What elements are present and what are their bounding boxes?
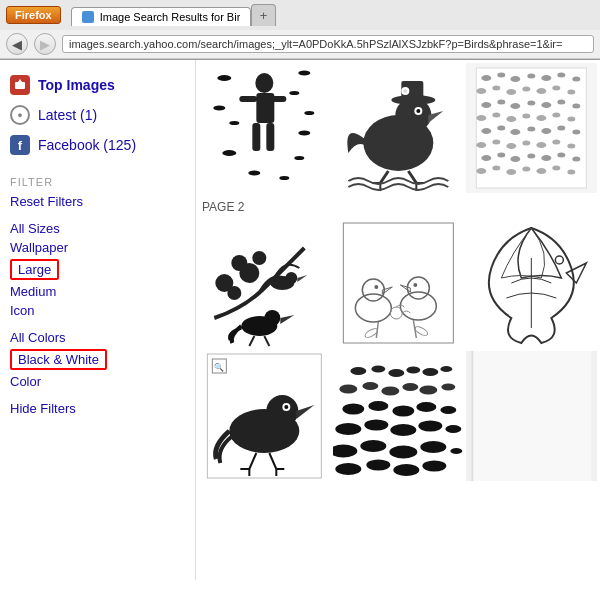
svg-point-68 xyxy=(542,128,552,134)
svg-rect-6 xyxy=(252,123,260,151)
svg-point-13 xyxy=(229,121,239,125)
svg-rect-0 xyxy=(15,82,25,89)
svg-point-10 xyxy=(289,91,299,95)
svg-point-46 xyxy=(523,87,531,92)
image-cell-1-2[interactable] xyxy=(333,63,464,193)
svg-rect-5 xyxy=(270,96,286,102)
svg-point-42 xyxy=(573,77,581,82)
forward-button[interactable]: ▶ xyxy=(34,33,56,55)
svg-rect-167 xyxy=(472,351,474,481)
svg-point-50 xyxy=(482,102,492,108)
svg-point-8 xyxy=(217,75,231,81)
nav-bar: ◀ ▶ images.search.yahoo.com/search/image… xyxy=(0,30,600,59)
svg-point-74 xyxy=(523,141,531,146)
filter-heading: FILTER xyxy=(0,166,195,192)
svg-point-56 xyxy=(573,104,581,109)
reset-filters-link[interactable]: Reset Filters xyxy=(0,192,195,211)
svg-point-27 xyxy=(416,109,420,113)
svg-point-37 xyxy=(498,73,506,78)
image-cell-3-2[interactable] xyxy=(333,351,464,481)
svg-marker-119 xyxy=(567,263,587,283)
svg-point-94 xyxy=(252,251,266,265)
svg-point-69 xyxy=(558,126,566,131)
svg-line-104 xyxy=(264,336,269,346)
tab-bar: Image Search Results for Birds + xyxy=(65,4,283,26)
svg-point-54 xyxy=(542,102,552,108)
back-button[interactable]: ◀ xyxy=(6,33,28,55)
svg-point-44 xyxy=(493,86,501,91)
svg-point-76 xyxy=(553,140,561,145)
svg-point-165 xyxy=(422,461,446,472)
top-images-label: Top Images xyxy=(38,77,115,93)
svg-point-64 xyxy=(482,128,492,134)
black-white-link[interactable]: Black & White xyxy=(10,349,107,370)
svg-point-98 xyxy=(285,272,297,284)
svg-point-163 xyxy=(366,460,390,471)
sidebar-item-latest[interactable]: ● Latest (1) xyxy=(0,100,195,130)
facebook-label: Facebook (125) xyxy=(38,137,136,153)
svg-point-135 xyxy=(350,367,366,375)
image-cell-1-1[interactable] xyxy=(199,63,330,193)
svg-point-90 xyxy=(553,166,561,171)
svg-point-91 xyxy=(568,170,576,175)
color-link[interactable]: Color xyxy=(0,372,195,391)
svg-point-65 xyxy=(498,126,506,131)
svg-point-85 xyxy=(477,168,487,174)
svg-point-128 xyxy=(284,405,288,409)
sidebar-item-facebook[interactable]: f Facebook (125) xyxy=(0,130,195,160)
svg-point-152 xyxy=(335,423,361,435)
svg-point-138 xyxy=(406,367,420,374)
image-cell-3-1[interactable]: 🔍 xyxy=(199,351,330,481)
svg-point-147 xyxy=(342,404,364,415)
svg-point-73 xyxy=(507,143,517,149)
svg-point-114 xyxy=(390,307,402,319)
svg-point-41 xyxy=(558,73,566,78)
address-bar[interactable]: images.search.yahoo.com/search/images;_y… xyxy=(62,35,594,53)
svg-point-164 xyxy=(393,464,419,476)
svg-point-63 xyxy=(568,117,576,122)
new-tab-button[interactable]: + xyxy=(251,4,277,26)
svg-point-38 xyxy=(511,76,521,82)
svg-rect-7 xyxy=(266,123,274,151)
active-tab[interactable]: Image Search Results for Birds xyxy=(71,7,251,26)
wallpaper-link[interactable]: Wallpaper xyxy=(0,238,195,257)
svg-point-66 xyxy=(511,129,521,135)
svg-point-2 xyxy=(255,73,273,93)
svg-point-87 xyxy=(507,169,517,175)
image-cell-2-2[interactable] xyxy=(333,218,464,348)
svg-point-125 xyxy=(266,395,298,427)
svg-point-12 xyxy=(304,111,314,115)
medium-link[interactable]: Medium xyxy=(0,282,195,301)
svg-point-71 xyxy=(477,142,487,148)
svg-point-145 xyxy=(419,386,437,395)
svg-point-16 xyxy=(294,156,304,160)
svg-point-78 xyxy=(482,155,492,161)
large-link[interactable]: Large xyxy=(10,259,59,280)
svg-point-52 xyxy=(511,103,521,109)
svg-point-140 xyxy=(440,366,452,372)
svg-point-154 xyxy=(390,424,416,436)
all-sizes-link[interactable]: All Sizes xyxy=(0,219,195,238)
svg-point-55 xyxy=(558,100,566,105)
svg-point-160 xyxy=(420,441,446,453)
icon-link[interactable]: Icon xyxy=(0,301,195,320)
svg-point-141 xyxy=(339,385,357,394)
image-cell-3-3[interactable] xyxy=(466,351,597,481)
all-colors-link[interactable]: All Colors xyxy=(0,328,195,347)
svg-line-129 xyxy=(249,453,256,469)
sidebar-item-top-images[interactable]: Top Images xyxy=(0,70,195,100)
svg-point-79 xyxy=(498,153,506,158)
svg-point-146 xyxy=(441,384,455,391)
firefox-button[interactable]: Firefox xyxy=(6,6,61,24)
svg-point-153 xyxy=(364,420,388,431)
latest-label: Latest (1) xyxy=(38,107,97,123)
svg-point-137 xyxy=(388,369,404,377)
svg-point-151 xyxy=(440,406,456,414)
svg-point-150 xyxy=(416,402,436,412)
hide-filters-link[interactable]: Hide Filters xyxy=(0,399,195,418)
image-cell-2-1[interactable] xyxy=(199,218,330,348)
image-cell-2-3[interactable] xyxy=(466,218,597,348)
svg-marker-112 xyxy=(400,285,410,292)
svg-point-47 xyxy=(537,88,547,94)
image-cell-1-3[interactable]: ♪ ♫ ♪ ♫ ♪ ♫ xyxy=(466,63,597,193)
